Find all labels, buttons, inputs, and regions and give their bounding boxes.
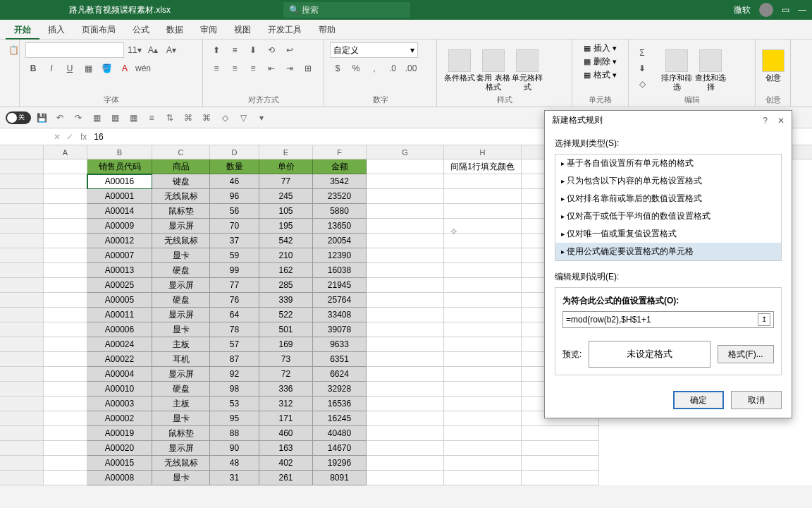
tab-data[interactable]: 数据 (158, 20, 192, 40)
merge-icon[interactable]: ⊞ (300, 61, 316, 76)
qat-more-icon[interactable]: ▾ (254, 110, 269, 126)
font-select[interactable] (25, 42, 124, 58)
data-cell[interactable]: A00025 (87, 278, 152, 293)
data-cell[interactable]: 92 (210, 367, 259, 382)
data-cell[interactable]: 56 (210, 204, 259, 219)
data-cell[interactable]: 无线鼠标 (152, 456, 210, 471)
data-cell[interactable]: 171 (259, 411, 313, 426)
inc-dec-icon[interactable]: .0 (385, 61, 400, 76)
data-cell[interactable]: 耳机 (152, 352, 210, 367)
data-cell[interactable]: 32928 (313, 382, 367, 397)
data-cell[interactable]: A00003 (87, 397, 152, 411)
search-box[interactable]: 🔍 搜索 (283, 2, 410, 18)
data-cell[interactable]: 64 (210, 308, 259, 322)
autosum-icon[interactable]: Σ (634, 45, 650, 61)
rule-type-item[interactable]: 基于各自值设置所有单元格的格式 (555, 155, 781, 172)
tab-formula[interactable]: 公式 (124, 20, 158, 40)
data-cell[interactable]: 39078 (313, 322, 367, 337)
data-cell[interactable]: A00010 (87, 382, 152, 397)
data-cell[interactable]: 16245 (313, 411, 367, 426)
data-cell[interactable]: A00012 (87, 234, 152, 248)
data-cell[interactable]: 76 (210, 293, 259, 308)
data-cell[interactable]: 90 (210, 441, 259, 456)
data-cell[interactable]: 显示屏 (152, 441, 210, 456)
delete-cells-button[interactable]: ▦ 删除 ▾ (584, 56, 616, 68)
data-cell[interactable]: A00002 (87, 411, 152, 426)
data-cell[interactable]: 77 (259, 174, 313, 189)
col-header[interactable]: D (210, 145, 259, 159)
data-cell[interactable]: 5880 (313, 204, 367, 219)
format-cells-button[interactable]: ▦ 格式 ▾ (584, 69, 616, 81)
insert-cells-button[interactable]: ▦ 插入 ▾ (584, 42, 616, 54)
font-color-icon[interactable]: A (117, 61, 133, 76)
data-cell[interactable]: 78 (210, 322, 259, 337)
data-cell[interactable]: 硬盘 (152, 293, 210, 308)
align-top-icon[interactable]: ⬆ (209, 42, 224, 58)
data-cell[interactable]: 显示屏 (152, 367, 210, 382)
minimize-icon[interactable]: — (798, 5, 806, 15)
italic-icon[interactable]: I (44, 61, 59, 76)
orient-icon[interactable]: ⟲ (264, 42, 279, 58)
data-cell[interactable]: 12390 (313, 248, 367, 263)
data-cell[interactable]: 339 (259, 293, 313, 308)
data-cell[interactable]: A00009 (87, 219, 152, 234)
data-cell[interactable]: 59 (210, 248, 259, 263)
header-cell[interactable]: 商品 (152, 159, 210, 174)
data-cell[interactable]: 460 (259, 426, 313, 441)
format-button[interactable]: 格式(F)... (718, 345, 774, 363)
fill-icon[interactable]: ⬇ (634, 61, 650, 76)
note-cell[interactable]: 间隔1行填充颜色 (444, 159, 522, 174)
border-icon[interactable]: ▦ (80, 61, 96, 76)
cancel-button[interactable]: 取消 (731, 391, 782, 409)
indent-dec-icon[interactable]: ⇤ (264, 61, 279, 76)
data-cell[interactable]: 19296 (313, 456, 367, 471)
data-cell[interactable]: 195 (259, 219, 313, 234)
data-cell[interactable]: 522 (259, 308, 313, 322)
phonetic-icon[interactable]: wén (135, 61, 151, 76)
data-cell[interactable]: 16536 (313, 397, 367, 411)
align-bot-icon[interactable]: ⬇ (245, 42, 261, 58)
data-cell[interactable]: A00004 (87, 367, 152, 382)
redo-icon[interactable]: ↷ (70, 110, 86, 126)
tab-help[interactable]: 帮助 (310, 20, 344, 40)
data-cell[interactable]: 105 (259, 204, 313, 219)
data-cell[interactable]: A00005 (87, 293, 152, 308)
data-cell[interactable]: A00007 (87, 248, 152, 263)
rule-type-item[interactable]: 仅对唯一值或重复值设置格式 (555, 225, 781, 243)
data-cell[interactable]: 显示屏 (152, 278, 210, 293)
data-cell[interactable]: 210 (259, 248, 313, 263)
data-cell[interactable]: 无线鼠标 (152, 234, 210, 248)
underline-icon[interactable]: U (62, 61, 78, 76)
data-cell[interactable]: A00016 (87, 174, 152, 189)
col-header[interactable]: A (44, 145, 87, 159)
data-cell[interactable]: 20054 (313, 234, 367, 248)
data-cell[interactable]: A00019 (87, 426, 152, 441)
col-header[interactable]: H (444, 145, 522, 159)
data-cell[interactable]: 95 (210, 411, 259, 426)
fill-color-icon[interactable]: 🪣 (99, 61, 114, 76)
rule-type-item[interactable]: 使用公式确定要设置格式的单元格 (555, 243, 781, 260)
data-cell[interactable]: 162 (259, 263, 313, 278)
data-cell[interactable]: 显示屏 (152, 308, 210, 322)
fx-icon[interactable]: fx (76, 132, 91, 142)
data-cell[interactable]: 33408 (313, 308, 367, 322)
number-format-select[interactable]: 自定义▾ (330, 42, 418, 58)
header-cell[interactable]: 数量 (210, 159, 259, 174)
data-cell[interactable]: 163 (259, 441, 313, 456)
header-cell[interactable]: 单价 (259, 159, 313, 174)
tab-view[interactable]: 视图 (226, 20, 259, 40)
formula-field[interactable] (566, 315, 758, 325)
data-cell[interactable]: 6624 (313, 367, 367, 382)
rule-type-item[interactable]: 仅对高于或低于平均值的数值设置格式 (555, 207, 781, 225)
data-cell[interactable]: 99 (210, 263, 259, 278)
clear-icon[interactable]: ◇ (634, 76, 650, 92)
tab-dev[interactable]: 开发工具 (259, 20, 310, 40)
dec-dec-icon[interactable]: .00 (403, 61, 419, 76)
enter-icon[interactable]: ✓ (63, 132, 76, 142)
data-cell[interactable]: 16038 (313, 263, 367, 278)
help-icon[interactable]: ? (763, 116, 768, 126)
col-header[interactable]: G (367, 145, 444, 159)
data-cell[interactable]: 542 (259, 234, 313, 248)
avatar[interactable] (759, 3, 773, 17)
data-cell[interactable]: 显示屏 (152, 219, 210, 234)
